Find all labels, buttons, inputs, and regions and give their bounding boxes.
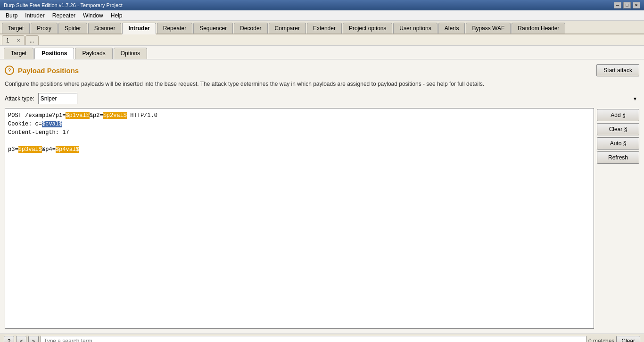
payload-positions-title: Payload Positions bbox=[18, 67, 79, 75]
description-text: Configure the positions where payloads w… bbox=[5, 80, 639, 88]
nav-tab-scanner[interactable]: Scanner bbox=[88, 23, 122, 33]
menubar: Burp Intruder Repeater Window Help bbox=[0, 10, 644, 21]
menu-intruder[interactable]: Intruder bbox=[21, 11, 48, 20]
minimize-button[interactable]: ─ bbox=[614, 2, 621, 8]
menu-help[interactable]: Help bbox=[107, 11, 126, 20]
auto-section-button[interactable]: Auto § bbox=[597, 137, 639, 150]
request-line-4: p3=$p3val$&p4=$p4val$ bbox=[8, 145, 591, 154]
nav-tab-decoder[interactable]: Decoder bbox=[234, 23, 267, 33]
nav-tab-target[interactable]: Target bbox=[2, 23, 30, 33]
menu-repeater[interactable]: Repeater bbox=[49, 11, 79, 20]
request-line-2: Cookie: c=$cval$ bbox=[8, 120, 591, 128]
intruder-tab-1-close[interactable]: × bbox=[13, 36, 24, 45]
req-l4-plain: p3= bbox=[8, 146, 18, 153]
request-editor[interactable]: POST /example?p1=$p1val$&p2=$p2val$ HTTP… bbox=[5, 108, 594, 329]
attack-type-select[interactable]: Sniper Battering ram Pitchfork Cluster b… bbox=[38, 93, 77, 104]
req-l2-h1: $cval$ bbox=[42, 121, 62, 127]
nav-tab-user-options[interactable]: User options bbox=[393, 23, 437, 33]
clear-search-button[interactable]: Clear bbox=[616, 336, 640, 342]
refresh-button[interactable]: Refresh bbox=[597, 151, 639, 164]
intruder-tab-more[interactable]: ... bbox=[25, 35, 39, 45]
nav-tab-alerts[interactable]: Alerts bbox=[438, 23, 465, 33]
request-line-3: Content-Length: 17 bbox=[8, 128, 591, 137]
window-controls: ─ □ ✕ bbox=[614, 2, 640, 8]
search-prev-button[interactable]: < bbox=[16, 336, 26, 342]
search-bar: ? < > > 0 matches Clear bbox=[0, 334, 644, 342]
req-l4-h2: $p4val$ bbox=[56, 146, 79, 153]
intruder-subtabs: 1 × ... bbox=[0, 34, 644, 46]
nav-tab-sequencer[interactable]: Sequencer bbox=[193, 23, 233, 33]
nav-tab-extender[interactable]: Extender bbox=[307, 23, 342, 33]
right-buttons: Add § Clear § Auto § Refresh bbox=[597, 108, 639, 329]
window-title: Burp Suite Free Edition v1.7.26 - Tempor… bbox=[4, 2, 123, 8]
start-attack-button[interactable]: Start attack bbox=[596, 64, 639, 76]
section-tab-target[interactable]: Target bbox=[4, 48, 33, 59]
payload-header: ? Payload Positions Start attack bbox=[5, 64, 639, 76]
section-tab-positions[interactable]: Positions bbox=[34, 48, 74, 59]
nav-tab-bypass-waf[interactable]: Bypass WAF bbox=[466, 23, 511, 33]
search-help-button[interactable]: ? bbox=[4, 336, 14, 342]
nav-tab-spider[interactable]: Spider bbox=[58, 23, 87, 33]
section-tabs: Target Positions Payloads Options bbox=[0, 46, 644, 59]
search-next-button[interactable]: > bbox=[28, 336, 39, 342]
nav-tab-random-header[interactable]: Random Header bbox=[512, 23, 565, 33]
payload-title-area: ? Payload Positions bbox=[5, 66, 79, 75]
select-arrow-icon: ▼ bbox=[633, 96, 637, 101]
nav-tab-project-options[interactable]: Project options bbox=[343, 23, 392, 33]
attack-type-row: Attack type: Sniper Battering ram Pitchf… bbox=[5, 93, 639, 104]
menu-window[interactable]: Window bbox=[79, 11, 107, 20]
req-l2-plain: Cookie: c= bbox=[8, 121, 42, 127]
maximize-button[interactable]: □ bbox=[623, 2, 631, 8]
request-line-1: POST /example?p1=$p1val$&p2=$p2val$ HTTP… bbox=[8, 111, 591, 120]
main-content: ? Payload Positions Start attack Configu… bbox=[0, 59, 644, 334]
nav-tabs: Target Proxy Spider Scanner Intruder Rep… bbox=[0, 21, 644, 34]
close-button[interactable]: ✕ bbox=[633, 2, 640, 8]
req-l4-mid: &p4= bbox=[42, 146, 56, 153]
intruder-tab-1[interactable]: 1 × bbox=[2, 35, 25, 45]
section-tab-payloads[interactable]: Payloads bbox=[75, 48, 112, 59]
nav-tab-intruder[interactable]: Intruder bbox=[122, 23, 156, 34]
intruder-tab-1-label[interactable]: 1 bbox=[2, 36, 13, 45]
add-section-button[interactable]: Add § bbox=[597, 109, 639, 121]
nav-tab-repeater[interactable]: Repeater bbox=[157, 23, 192, 33]
req-l1-end: HTTP/1.0 bbox=[127, 112, 157, 119]
help-button[interactable]: ? bbox=[5, 66, 14, 75]
nav-tab-comparer[interactable]: Comparer bbox=[269, 23, 306, 33]
nav-tab-proxy[interactable]: Proxy bbox=[31, 23, 58, 33]
search-input[interactable] bbox=[41, 336, 586, 342]
match-count: 0 matches bbox=[588, 338, 614, 342]
request-line-4-blank bbox=[8, 137, 591, 145]
req-l1-plain: POST /example?p1= bbox=[8, 112, 66, 119]
editor-section: POST /example?p1=$p1val$&p2=$p2val$ HTTP… bbox=[5, 108, 639, 329]
req-l1-h2: $p2val$ bbox=[103, 112, 127, 119]
req-l1-mid: &p2= bbox=[90, 112, 103, 119]
attack-type-label: Attack type: bbox=[5, 95, 34, 102]
menu-burp[interactable]: Burp bbox=[2, 11, 21, 20]
attack-type-select-wrapper: Sniper Battering ram Pitchfork Cluster b… bbox=[38, 93, 639, 104]
titlebar: Burp Suite Free Edition v1.7.26 - Tempor… bbox=[0, 0, 644, 10]
section-tab-options[interactable]: Options bbox=[114, 48, 147, 59]
req-l4-h1: $p3val$ bbox=[18, 146, 42, 153]
clear-section-button[interactable]: Clear § bbox=[597, 123, 639, 135]
req-l1-h1: $p1val$ bbox=[66, 112, 89, 119]
